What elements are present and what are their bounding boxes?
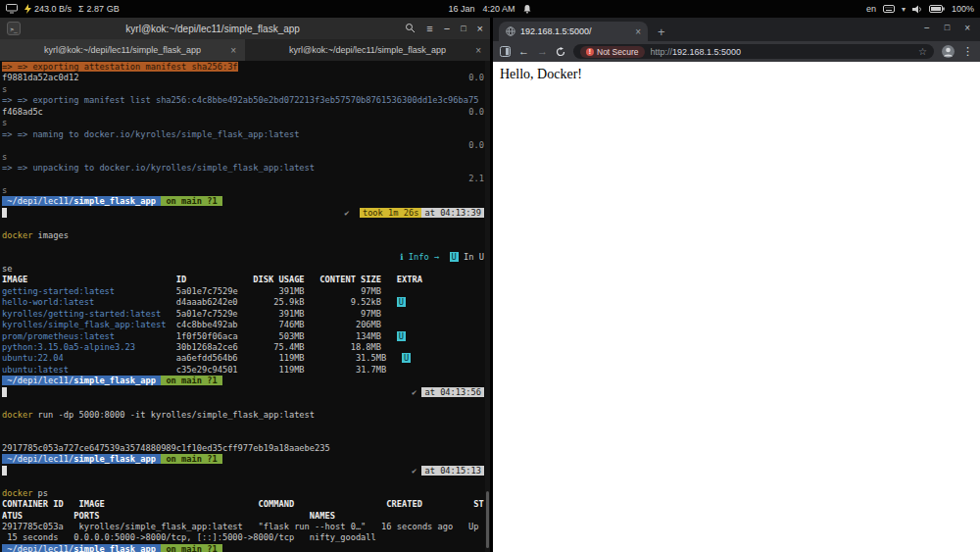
terminal-line: ~/depi/lec11/simple_flask_app on main ?1 — [2, 376, 484, 386]
minimize-icon[interactable]: − — [924, 23, 930, 33]
tab-close-icon[interactable]: × — [635, 26, 641, 37]
terminal-tab-1-label: kyrl@kok:~/depi/lec11/simple_flask_app — [44, 45, 201, 55]
terminal-line: 2.1 — [2, 174, 484, 184]
terminal-line — [2, 477, 484, 487]
volume-icon[interactable] — [912, 5, 922, 14]
terminal-titlebar[interactable]: >_ kyrl@kok:~/depi/lec11/simple_flask_ap… — [0, 18, 490, 39]
terminal-line: s — [2, 84, 484, 95]
terminal-line: 0.0 — [2, 140, 484, 151]
terminal-line: ~/depi/lec11/simple_flask_app on main ?1 — [2, 544, 484, 552]
terminal-tab-2[interactable]: kyrl@kok:~/depi/lec11/simple_flask_app × — [245, 39, 490, 61]
sigma-icon: Σ — [78, 4, 84, 14]
terminal-line: ℹ Info → U In U — [2, 252, 484, 263]
terminal-line: ubuntu:latest c35e29c94501 119MB 31.7MB — [2, 365, 484, 376]
reload-icon[interactable] — [556, 47, 565, 57]
network-total-value: 2.87 GB — [87, 4, 120, 14]
terminal-window: >_ kyrl@kok:~/depi/lec11/simple_flask_ap… — [0, 18, 490, 552]
terminal-line: ✔ at 04:13:56 — [2, 387, 484, 398]
terminal-line: => => naming to docker.io/kyrolles/simpl… — [2, 129, 484, 140]
close-icon[interactable]: × — [964, 23, 970, 33]
not-secure-chip[interactable]: ! Not Secure — [580, 46, 645, 58]
terminal-tab-2-label: kyrl@kok:~/depi/lec11/simple_flask_app — [289, 45, 446, 55]
bookmark-star-icon[interactable]: ☆ — [918, 46, 927, 57]
terminal-line: ubuntu:22.04 aa6efdd564b6 119MB 31.5MB U — [2, 353, 484, 364]
terminal-line: hello-world:latest d4aaab6242e0 25.9kB 9… — [2, 297, 484, 308]
battery-percentage: 100% — [952, 4, 974, 14]
browser-toolbar: ← → ! Not Secure http://192.168.1.5:5000… — [493, 41, 980, 62]
top-bar-right: en ▾ 100% — [866, 4, 974, 14]
date-label: 16 Jan — [448, 4, 474, 14]
notification-bell-icon — [523, 4, 532, 14]
terminal-line — [2, 219, 484, 229]
terminal-line: se — [2, 264, 484, 275]
address-bar[interactable]: ! Not Secure http://192.168.1.5:5000 ☆ — [573, 44, 934, 59]
minimize-icon[interactable]: − — [444, 23, 450, 34]
tab-close-icon[interactable]: × — [230, 45, 236, 56]
terminal-titlebar-buttons: ≡ − □ × — [405, 23, 483, 35]
browser-page-content: Hello, Docker! — [493, 62, 980, 552]
terminal-line: f9881da52ac0d120.0 — [2, 73, 484, 83]
terminal-line: s — [2, 185, 484, 196]
terminal-line: python:3.15.0a5-alpine3.23 30b1268a2ce6 … — [2, 342, 484, 353]
forward-icon[interactable]: → — [537, 46, 548, 57]
network-total-indicator[interactable]: Σ 2.87 GB — [78, 4, 120, 14]
terminal-line: ✔ took 1m 26sat 04:13:39 — [2, 208, 484, 219]
browser-tab-strip: 192.168.1.5:5000/ × + − □ × — [493, 18, 980, 41]
terminal-line: s — [2, 118, 484, 128]
browser-tab-title: 192.168.1.5:5000/ — [520, 26, 630, 36]
url-scheme: http:// — [651, 47, 673, 57]
network-speed-indicator[interactable]: 243.0 B/s — [24, 4, 72, 14]
top-bar: 243.0 B/s Σ 2.87 GB 16 Jan 4:20 AM en ▾ … — [0, 0, 980, 18]
terminal-line: CONTAINER ID IMAGE COMMAND CREATED ST — [2, 499, 484, 510]
terminal-line — [2, 398, 484, 409]
profile-avatar[interactable] — [942, 45, 955, 58]
terminal-line: ~/depi/lec11/simple_flask_app on main ?1 — [2, 196, 484, 207]
tray-app-icon[interactable] — [6, 4, 18, 14]
maximize-icon[interactable]: □ — [945, 23, 950, 33]
terminal-line: ✔ at 04:15:13 — [2, 466, 484, 477]
top-bar-left: 243.0 B/s Σ 2.87 GB — [6, 4, 120, 14]
terminal-line: ATUS PORTS NAMES — [2, 511, 484, 522]
keyboard-layout-indicator[interactable]: en — [866, 4, 876, 14]
terminal-line: docker images — [2, 230, 484, 241]
terminal-scrollbar-thumb[interactable] — [486, 491, 489, 548]
terminal-line — [2, 241, 484, 252]
terminal-line: => => exporting attestation manifest sha… — [2, 62, 484, 73]
browser-window-controls: − □ × — [924, 23, 970, 33]
terminal-line: kyrolles/simple_flask_app:latest c4c8bbe… — [2, 320, 484, 330]
terminal-line: IMAGE ID DISK USAGE CONTENT SIZE EXTRA — [2, 275, 484, 285]
terminal-line: ~/depi/lec11/simple_flask_app on main ?1 — [2, 454, 484, 465]
battery-icon[interactable] — [929, 5, 945, 13]
search-icon[interactable] — [405, 23, 416, 35]
network-speed-value: 243.0 B/s — [34, 4, 72, 14]
side-panel-icon[interactable] — [500, 46, 511, 57]
tab-close-icon[interactable]: × — [475, 45, 481, 56]
maximize-icon[interactable]: □ — [461, 24, 466, 33]
terminal-line — [2, 431, 484, 442]
chevron-down-icon[interactable]: ▾ — [902, 5, 906, 14]
terminal-line: 2917785c053a kyrolles/simple_flask_app:l… — [2, 522, 484, 532]
terminal-line: s — [2, 152, 484, 163]
new-tab-button[interactable]: + — [658, 25, 665, 38]
url-text[interactable]: http://192.168.1.5:5000 — [651, 47, 913, 57]
terminal-app-icon: >_ — [7, 22, 21, 35]
terminal-tab-bar: kyrl@kok:~/depi/lec11/simple_flask_app ×… — [0, 39, 490, 61]
close-icon[interactable]: × — [477, 23, 483, 34]
url-host: 192.168.1.5:5000 — [672, 47, 741, 57]
terminal-output[interactable]: => => exporting attestation manifest sha… — [0, 61, 490, 552]
menu-icon[interactable]: ≡ — [426, 23, 432, 34]
keyboard-icon[interactable] — [883, 5, 895, 13]
terminal-tab-1[interactable]: kyrl@kok:~/depi/lec11/simple_flask_app × — [0, 39, 245, 61]
clock-widget[interactable]: 16 Jan 4:20 AM — [448, 4, 531, 14]
terminal-line: getting-started:latest 5a01e7c7529e 391M… — [2, 286, 484, 297]
terminal-line: => => exporting manifest list sha256:c4c… — [2, 95, 484, 106]
terminal-line: 2917785c053a727ce647539a3574880989c1f10e… — [2, 443, 484, 454]
browser-tab[interactable]: 192.168.1.5:5000/ × — [499, 22, 648, 41]
terminal-line — [2, 421, 484, 431]
terminal-line: 15 seconds 0.0.0.0:5000->8000/tcp, [::]:… — [2, 532, 484, 543]
not-secure-warning-icon: ! — [586, 48, 594, 56]
terminal-scrollbar[interactable] — [485, 61, 490, 552]
back-icon[interactable]: ← — [518, 46, 529, 57]
terminal-line: docker ps — [2, 488, 484, 499]
kebab-menu-icon[interactable]: ⋮ — [962, 46, 973, 57]
